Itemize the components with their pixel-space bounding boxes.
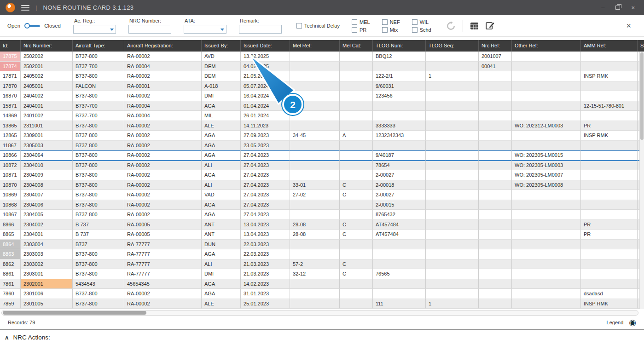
table-cell[interactable]	[426, 269, 479, 279]
table-cell[interactable]: RA-00002	[124, 161, 202, 171]
table-cell[interactable]	[340, 141, 373, 151]
table-cell[interactable]: 111	[373, 299, 426, 309]
refresh-button[interactable]	[446, 21, 456, 31]
table-cell[interactable]	[512, 259, 581, 270]
table-cell[interactable]: 57-2	[290, 259, 340, 270]
table-cell[interactable]: RA-00002	[124, 71, 202, 81]
table-cell[interactable]: PR	[581, 220, 638, 230]
table-cell[interactable]	[479, 299, 512, 309]
table-cell[interactable]	[512, 62, 581, 72]
table-cell[interactable]	[512, 220, 581, 230]
table-row[interactable]: 88642303004B737RA-77777DUN22.03.2023	[0, 240, 644, 250]
table-cell[interactable]	[340, 81, 373, 92]
table-cell[interactable]: B737-800	[73, 121, 124, 131]
table-cell[interactable]: 45654345	[124, 279, 202, 289]
table-cell[interactable]	[479, 200, 512, 210]
table-cell[interactable]: DUN	[202, 240, 241, 250]
table-cell[interactable]: AGA	[202, 279, 241, 289]
table-cell[interactable]: 7860	[0, 289, 21, 299]
column-header[interactable]: SRM R	[638, 40, 644, 52]
table-cell[interactable]: RA-77777	[124, 259, 202, 270]
table-cell[interactable]	[479, 111, 512, 121]
table-cell[interactable]: C	[340, 259, 373, 270]
table-cell[interactable]	[290, 299, 340, 309]
table-cell[interactable]: RA-00002	[124, 170, 202, 180]
table-cell[interactable]: 8861	[0, 269, 21, 279]
table-cell[interactable]: 21.03.2023	[241, 259, 290, 270]
ata-input[interactable]	[184, 25, 226, 34]
table-cell[interactable]: PR	[581, 121, 638, 131]
table-row[interactable]: 128652309001B737-800RA-00002AGA27.09.202…	[0, 131, 644, 141]
table-row[interactable]: 108682304006B737-800RA-00002AGA27.04.202…	[0, 200, 644, 210]
table-row[interactable]: 168702404002B737-800RA-00002DMI16.04.202…	[0, 91, 644, 101]
table-cell[interactable]	[581, 190, 638, 200]
table-cell[interactable]	[290, 161, 340, 171]
checkbox-icon[interactable]	[352, 27, 357, 33]
checkbox-icon[interactable]	[382, 19, 388, 25]
table-row[interactable]: 158712404001B737-700RA-00004AGA01.04.202…	[0, 101, 644, 111]
column-header[interactable]: TLOG Seq:	[426, 40, 479, 52]
table-cell[interactable]	[290, 81, 340, 92]
table-cell[interactable]: 12-15-51-780-801	[581, 101, 638, 111]
table-row[interactable]: 178752502002B737-800RA-00002AVD13.02.202…	[0, 52, 644, 62]
table-cell[interactable]: 2304064	[21, 150, 73, 161]
table-cell[interactable]: 27-02	[290, 190, 340, 200]
table-cell[interactable]: 3333333	[373, 121, 426, 131]
table-cell[interactable]: B 737	[73, 230, 124, 240]
table-cell[interactable]	[479, 190, 512, 200]
table-cell[interactable]: 22.03.2023	[241, 240, 290, 250]
table-cell[interactable]: 27.04.2023	[241, 190, 290, 200]
table-cell[interactable]	[479, 131, 512, 141]
table-cell[interactable]: RA-00002	[124, 210, 202, 220]
table-cell[interactable]: 1	[426, 299, 479, 309]
table-cell[interactable]	[581, 279, 638, 289]
table-row[interactable]: 88632303003B737-800RA-77777AGA22.03.2023	[0, 249, 644, 259]
table-cell[interactable]: 76565	[373, 269, 426, 279]
table-cell[interactable]: AGA	[202, 249, 241, 259]
table-cell[interactable]: B737-800	[73, 131, 124, 141]
table-cell[interactable]: ALI	[202, 161, 241, 171]
table-cell[interactable]: B737-800	[73, 52, 124, 62]
table-cell[interactable]	[512, 91, 581, 101]
restore-button[interactable]	[615, 5, 620, 11]
table-cell[interactable]: RA-77777	[124, 249, 202, 259]
column-header[interactable]: TLOG Num:	[373, 40, 426, 52]
table-cell[interactable]	[373, 111, 426, 121]
vertical-scrollbar[interactable]	[639, 52, 644, 309]
table-cell[interactable]	[340, 62, 373, 72]
nrc-actions-header[interactable]: ∧ NRC Actions:	[0, 330, 644, 345]
table-cell[interactable]: 123456	[373, 91, 426, 101]
table-cell[interactable]	[290, 170, 340, 180]
table-cell[interactable]	[373, 141, 426, 151]
table-cell[interactable]: 10872	[0, 161, 21, 171]
schd-checkbox[interactable]: Schd	[412, 27, 431, 33]
table-cell[interactable]	[512, 101, 581, 111]
table-cell[interactable]: DEM	[202, 71, 241, 81]
table-cell[interactable]: 14869	[0, 111, 21, 121]
table-cell[interactable]: WO: 202305-LM0015	[512, 150, 581, 161]
table-cell[interactable]: 2304001	[21, 230, 73, 240]
table-cell[interactable]	[479, 81, 512, 92]
table-row[interactable]: 148692401002B737-700RA-00004MIL26.01.202…	[0, 111, 644, 121]
table-cell[interactable]: DEM	[202, 62, 241, 72]
table-cell[interactable]	[340, 52, 373, 62]
table-cell[interactable]	[373, 279, 426, 289]
table-cell[interactable]: 32-12	[290, 269, 340, 279]
table-cell[interactable]: WO: 202312-LM0003	[512, 121, 581, 131]
table-row[interactable]: 118672305003B737-800RA-00002AGA23.05.202…	[0, 141, 644, 151]
table-cell[interactable]: 04.02.2025	[241, 62, 290, 72]
table-cell[interactable]	[581, 111, 638, 121]
table-cell[interactable]	[290, 91, 340, 101]
table-cell[interactable]	[512, 279, 581, 289]
ata-combobox[interactable]	[184, 25, 226, 34]
table-cell[interactable]: RA-00002	[124, 289, 202, 299]
menu-icon[interactable]	[21, 5, 29, 11]
table-cell[interactable]: 2304002	[21, 220, 73, 230]
table-cell[interactable]: 7859	[0, 299, 21, 309]
column-header[interactable]: Aircraft Type:	[73, 40, 124, 52]
table-cell[interactable]: 10867	[0, 210, 21, 220]
ac-reg-input[interactable]	[73, 25, 116, 34]
table-cell[interactable]: 2405001	[21, 81, 73, 92]
table-cell[interactable]: DMI	[202, 91, 241, 101]
table-cell[interactable]	[581, 249, 638, 259]
